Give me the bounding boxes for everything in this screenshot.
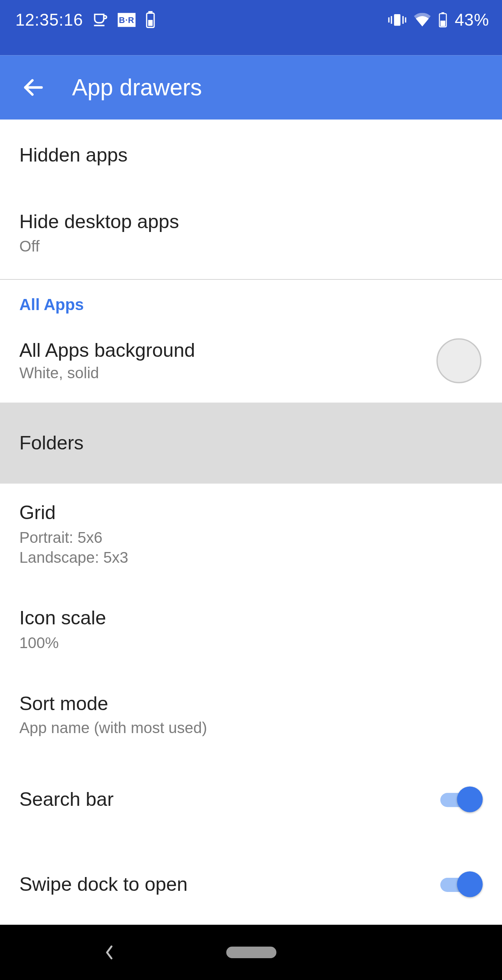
toggle-swipe-dock[interactable] <box>440 872 483 897</box>
row-title: Search bar <box>19 789 114 810</box>
br-app-icon: B·R <box>118 13 136 27</box>
row-subtitle: Off <box>19 236 482 256</box>
row-folders[interactable]: Folders <box>0 403 502 484</box>
row-title: Grid <box>19 500 482 524</box>
row-subtitle: 100% <box>19 632 482 652</box>
nav-home-pill[interactable] <box>226 947 276 958</box>
nav-back-button[interactable] <box>103 943 116 961</box>
svg-rect-5 <box>148 20 153 26</box>
svg-rect-4 <box>149 12 152 13</box>
svg-rect-6 <box>394 14 401 26</box>
row-all-apps-background[interactable]: All Apps background White, solid <box>0 322 502 403</box>
svg-rect-8 <box>388 17 390 22</box>
row-title: Icon scale <box>19 606 482 630</box>
back-button[interactable] <box>21 75 46 100</box>
row-subtitle-2: Landscape: 5x3 <box>19 547 482 567</box>
row-sort-mode[interactable]: Sort mode App name (with most used) <box>0 672 502 757</box>
status-bar: 12:35:16 B·R 43% <box>0 0 502 55</box>
status-time: 12:35:16 <box>15 10 83 30</box>
row-title: Folders <box>19 432 482 454</box>
row-subtitle-1: Portrait: 5x6 <box>19 527 482 547</box>
row-title: Swipe dock to open <box>19 874 187 895</box>
battery-outline-icon <box>145 11 156 29</box>
svg-rect-7 <box>391 16 392 24</box>
vibrate-icon <box>388 12 407 28</box>
row-grid[interactable]: Grid Portrait: 5x6 Landscape: 5x3 <box>0 484 502 587</box>
svg-rect-9 <box>403 16 404 24</box>
coffee-icon <box>92 11 109 28</box>
row-title: Hidden apps <box>19 143 482 167</box>
battery-icon <box>438 11 448 28</box>
wifi-icon <box>414 13 432 27</box>
row-title: Sort mode <box>19 691 482 715</box>
row-subtitle: White, solid <box>19 364 195 382</box>
row-title: Hide desktop apps <box>19 209 482 234</box>
section-header-all-apps: All Apps <box>0 280 502 322</box>
navigation-bar <box>0 925 502 980</box>
page-title: App drawers <box>72 74 202 101</box>
row-subtitle: App name (with most used) <box>19 718 482 738</box>
row-icon-scale[interactable]: Icon scale 100% <box>0 586 502 672</box>
settings-list: Hidden apps Hide desktop apps Off All Ap… <box>0 119 502 924</box>
battery-percent: 43% <box>455 10 489 30</box>
app-bar: App drawers <box>0 55 502 119</box>
svg-rect-13 <box>441 21 446 26</box>
row-hide-desktop-apps[interactable]: Hide desktop apps Off <box>0 190 502 275</box>
row-title: All Apps background <box>19 340 195 361</box>
svg-text:B·R: B·R <box>119 15 134 25</box>
row-search-bar[interactable]: Search bar <box>0 757 502 842</box>
toggle-search-bar[interactable] <box>440 787 483 812</box>
color-swatch[interactable] <box>437 338 482 384</box>
svg-rect-12 <box>442 12 445 14</box>
svg-rect-10 <box>405 17 406 22</box>
row-hidden-apps[interactable]: Hidden apps <box>0 119 502 190</box>
row-swipe-dock[interactable]: Swipe dock to open <box>0 842 502 925</box>
